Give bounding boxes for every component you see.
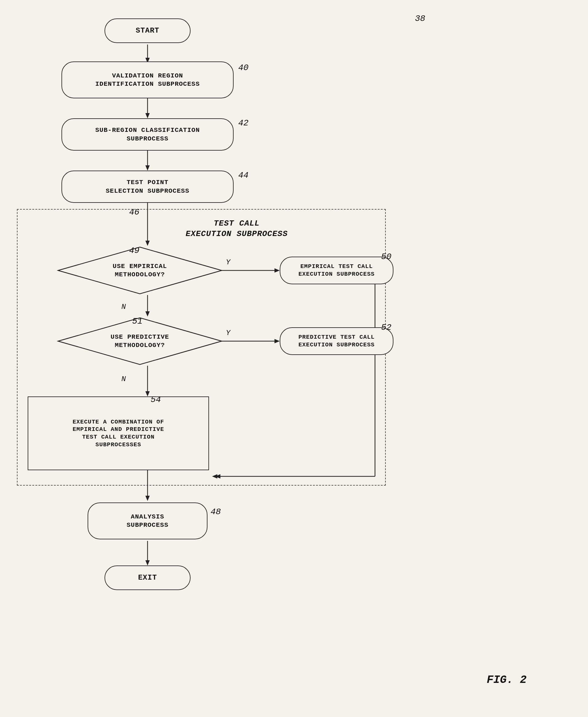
node-52: PREDICTIVE TEST CALLEXECUTION SUBPROCESS [280,327,394,355]
svg-marker-5 [145,165,150,171]
fig-label: FIG. 2 [487,674,527,686]
ref-40: 40 [238,63,249,72]
svg-marker-25 [145,560,150,566]
ref-51: 51 [132,317,143,326]
svg-marker-23 [145,496,150,501]
ref-44: 44 [238,171,249,180]
start-node: START [105,18,191,43]
node-44: TEST POINTSELECTION SUBPROCESS [61,171,234,203]
node-54: EXECUTE A COMBINATION OFEMPIRICAL AND PR… [28,397,209,470]
node-40: VALIDATION REGIONIDENTIFICATION SUBPROCE… [61,61,234,98]
ref-46: 46 [129,208,140,217]
ref-50: 50 [381,252,392,261]
ref-49: 49 [129,246,140,255]
ref-54: 54 [151,395,161,404]
ref-48: 48 [211,507,221,516]
node-49: USE EMPIRICALMETHODOLOGY? [57,246,223,295]
exit-node: EXIT [105,566,191,590]
figure-ref-38: 38 [415,14,425,23]
ref-52: 52 [381,323,392,332]
node-50: EMPIRICAL TEST CALLEXECUTION SUBPROCESS [280,257,394,284]
ref-42: 42 [238,118,249,128]
dashed-box-label: TEST CALLEXECUTION SUBPROCESS [160,215,314,243]
diagram-container: Y Y N N 38 START VALIDATION REGIONIDENTI… [0,0,588,717]
svg-marker-3 [145,113,150,118]
node-48: ANALYSISSUBPROCESS [88,503,208,540]
node-42: SUB-REGION CLASSIFICATIONSUBPROCESS [61,118,234,151]
